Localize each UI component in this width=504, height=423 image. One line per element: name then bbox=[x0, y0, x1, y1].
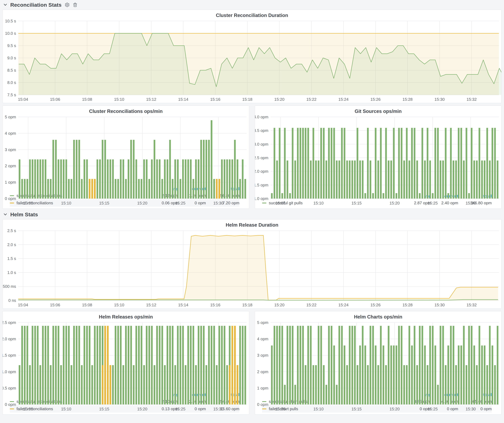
svg-text:15:05: 15:05 bbox=[23, 201, 33, 206]
svg-text:9.0 s: 9.0 s bbox=[7, 56, 16, 60]
trash-icon[interactable] bbox=[73, 2, 78, 7]
svg-text:8.5 s: 8.5 s bbox=[7, 68, 16, 73]
svg-text:15:10: 15:10 bbox=[61, 201, 71, 206]
svg-text:4 opm: 4 opm bbox=[5, 131, 16, 136]
panel-helm-charts-opm: Helm Charts ops/min 0 opm1 opm2 opm3 opm… bbox=[255, 311, 502, 415]
svg-text:15:24: 15:24 bbox=[338, 303, 348, 307]
svg-text:15:10: 15:10 bbox=[114, 97, 124, 102]
helm-charts-chart: 0 opm1 opm2 opm3 opm4 opm5 opm15:0515:10… bbox=[255, 320, 501, 391]
svg-text:15:18: 15:18 bbox=[242, 97, 252, 102]
panel-title[interactable]: Cluster Reconciliations ops/min bbox=[3, 106, 249, 115]
panel-git-sources-opm: Git Sources ops/min 1.0 opm1.5 opm2.0 op… bbox=[255, 106, 502, 209]
svg-text:15:10: 15:10 bbox=[114, 303, 124, 307]
svg-text:15:26: 15:26 bbox=[371, 303, 381, 307]
svg-text:2.0 opm: 2.0 opm bbox=[3, 337, 16, 341]
panel-cluster-reconciliations-opm: Cluster Reconciliations ops/min 0 opm1 o… bbox=[2, 106, 249, 209]
svg-text:2.5 s: 2.5 s bbox=[7, 229, 16, 233]
svg-text:500 ms: 500 ms bbox=[3, 284, 16, 289]
svg-text:15:15: 15:15 bbox=[351, 201, 361, 206]
svg-text:2.5 opm: 2.5 opm bbox=[255, 155, 268, 160]
svg-text:1.0 opm: 1.0 opm bbox=[255, 196, 268, 201]
svg-text:7.5 s: 7.5 s bbox=[7, 93, 16, 97]
svg-text:4.0 opm: 4.0 opm bbox=[255, 115, 268, 119]
svg-text:15:15: 15:15 bbox=[99, 407, 109, 411]
panel-title[interactable]: Helm Charts ops/min bbox=[255, 311, 501, 320]
svg-text:1.5 s: 1.5 s bbox=[7, 256, 16, 261]
svg-text:15:30: 15:30 bbox=[213, 201, 223, 206]
svg-text:15:16: 15:16 bbox=[210, 97, 220, 102]
svg-text:15:30: 15:30 bbox=[434, 303, 445, 307]
svg-text:15:30: 15:30 bbox=[213, 407, 223, 411]
svg-text:15:20: 15:20 bbox=[274, 97, 284, 102]
panel-helm-releases-opm: Helm Releases ops/min 0 opm0.5 opm1.0 op… bbox=[2, 311, 249, 415]
svg-text:1.5 opm: 1.5 opm bbox=[255, 183, 268, 187]
panel-title[interactable]: Helm Release Duration bbox=[3, 219, 501, 229]
gear-icon[interactable] bbox=[65, 2, 70, 7]
svg-text:15:04: 15:04 bbox=[18, 303, 28, 307]
section-header-reconciliation-stats: Reconciliation Stats bbox=[0, 0, 504, 10]
svg-text:15:14: 15:14 bbox=[178, 303, 188, 307]
svg-text:2.0 opm: 2.0 opm bbox=[255, 169, 268, 174]
svg-text:15:28: 15:28 bbox=[402, 303, 413, 307]
panel-helm-release-duration: Helm Release Duration 0 ns500 ms1.0 s1.5… bbox=[2, 219, 502, 309]
svg-text:15:15: 15:15 bbox=[351, 407, 361, 411]
svg-text:15:25: 15:25 bbox=[175, 407, 186, 411]
svg-text:15:28: 15:28 bbox=[402, 97, 413, 102]
svg-text:15:25: 15:25 bbox=[428, 407, 438, 411]
svg-text:15:10: 15:10 bbox=[61, 407, 71, 411]
svg-text:3 opm: 3 opm bbox=[257, 353, 268, 358]
svg-text:15:18: 15:18 bbox=[242, 303, 252, 307]
svg-text:15:20: 15:20 bbox=[390, 407, 400, 411]
helm-release-duration-chart: 0 ns500 ms1.0 s1.5 s2.0 s2.5 s15:0415:06… bbox=[3, 229, 501, 309]
svg-text:15:06: 15:06 bbox=[50, 303, 60, 307]
svg-text:15:30: 15:30 bbox=[466, 407, 476, 411]
svg-text:10.5 s: 10.5 s bbox=[5, 19, 16, 23]
svg-text:0 ns: 0 ns bbox=[8, 298, 16, 303]
svg-text:15:12: 15:12 bbox=[146, 97, 156, 102]
svg-text:15:20: 15:20 bbox=[137, 201, 147, 206]
section-title[interactable]: Reconciliation Stats bbox=[10, 2, 61, 8]
svg-text:2 opm: 2 opm bbox=[257, 370, 268, 374]
svg-text:15:08: 15:08 bbox=[82, 97, 92, 102]
svg-text:15:20: 15:20 bbox=[390, 201, 400, 206]
svg-text:15:24: 15:24 bbox=[338, 97, 348, 102]
svg-text:15:12: 15:12 bbox=[146, 303, 156, 307]
svg-text:15:26: 15:26 bbox=[371, 97, 381, 102]
svg-text:2 opm: 2 opm bbox=[5, 164, 16, 168]
svg-text:5 opm: 5 opm bbox=[5, 115, 16, 119]
svg-text:15:32: 15:32 bbox=[467, 97, 477, 102]
svg-text:1.0 s: 1.0 s bbox=[7, 270, 16, 275]
svg-text:0 opm: 0 opm bbox=[257, 402, 268, 407]
helm-releases-chart: 0 opm0.5 opm1.0 opm1.5 opm2.0 opm2.5 opm… bbox=[3, 320, 249, 391]
svg-text:9.5 s: 9.5 s bbox=[7, 43, 16, 48]
svg-text:15:10: 15:10 bbox=[313, 201, 324, 206]
svg-text:15:20: 15:20 bbox=[137, 407, 147, 411]
svg-text:15:32: 15:32 bbox=[467, 303, 477, 307]
panel-cluster-reconciliation-duration: Cluster Reconciliation Duration 7.5 s8.0… bbox=[2, 10, 502, 103]
panel-title[interactable]: Helm Releases ops/min bbox=[3, 311, 249, 320]
chevron-down-icon[interactable] bbox=[3, 213, 7, 216]
svg-text:1.5 opm: 1.5 opm bbox=[3, 353, 16, 358]
svg-text:15:05: 15:05 bbox=[275, 407, 286, 411]
svg-text:15:05: 15:05 bbox=[275, 201, 286, 206]
panel-title[interactable]: Git Sources ops/min bbox=[255, 106, 501, 115]
svg-text:15:20: 15:20 bbox=[274, 303, 284, 307]
svg-text:1 opm: 1 opm bbox=[5, 180, 16, 185]
svg-text:1 opm: 1 opm bbox=[257, 386, 268, 390]
svg-text:15:25: 15:25 bbox=[175, 201, 186, 206]
svg-text:15:10: 15:10 bbox=[313, 407, 324, 411]
cluster-reconciliation-duration-chart: 7.5 s8.0 s8.5 s9.0 s9.5 s10.0 s10.5 s15:… bbox=[3, 19, 501, 103]
section-title[interactable]: Helm Stats bbox=[10, 212, 38, 217]
panel-title[interactable]: Cluster Reconciliation Duration bbox=[3, 10, 501, 19]
svg-text:15:30: 15:30 bbox=[466, 201, 476, 206]
svg-text:4 opm: 4 opm bbox=[257, 337, 268, 341]
svg-text:3.5 opm: 3.5 opm bbox=[255, 128, 268, 133]
svg-text:15:22: 15:22 bbox=[306, 97, 317, 102]
svg-text:2.0 s: 2.0 s bbox=[7, 242, 16, 247]
chevron-down-icon[interactable] bbox=[3, 4, 7, 6]
svg-text:15:16: 15:16 bbox=[210, 303, 220, 307]
svg-text:15:06: 15:06 bbox=[50, 97, 60, 102]
svg-text:15:08: 15:08 bbox=[82, 303, 92, 307]
svg-text:3 opm: 3 opm bbox=[5, 147, 16, 152]
svg-text:15:14: 15:14 bbox=[178, 97, 188, 102]
